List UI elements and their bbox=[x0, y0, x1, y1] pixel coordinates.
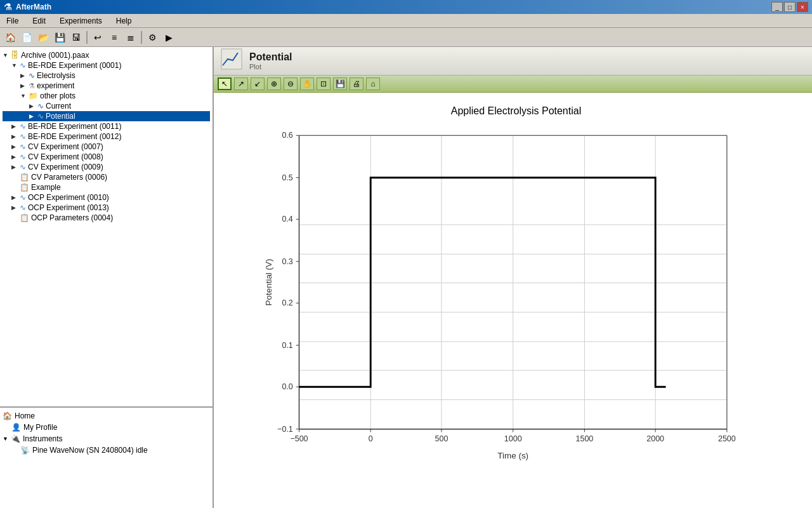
toolbar-list2[interactable]: ≣ bbox=[123, 30, 138, 45]
wave-icon-electrolysis: ∿ bbox=[29, 71, 35, 80]
xtick-500: 500 bbox=[435, 434, 449, 443]
expand-cv-0009[interactable]: ▶ bbox=[11, 164, 18, 170]
tree-item-ocp-params-0004[interactable]: ▶ 📋 OCP Parameters (0004) bbox=[3, 213, 210, 223]
bottom-home[interactable]: 🏠 Home bbox=[3, 410, 210, 422]
expand-instruments[interactable]: ▼ bbox=[3, 436, 8, 442]
bottom-myprofile[interactable]: 👤 My Profile bbox=[3, 422, 210, 433]
plot-line bbox=[299, 178, 665, 387]
expand-ocp-0013[interactable]: ▶ bbox=[11, 204, 18, 211]
expand-other-plots[interactable]: ▼ bbox=[20, 93, 27, 99]
expand-electrolysis[interactable]: ▶ bbox=[20, 72, 27, 79]
exp-icon-be-rde-0012: ∿ bbox=[20, 132, 26, 141]
expand-potential[interactable]: ▶ bbox=[29, 113, 36, 119]
tree-item-potential[interactable]: ▶ ∿ Potential bbox=[3, 111, 210, 121]
exp-icon-be-rde-0001: ∿ bbox=[20, 61, 26, 70]
toolbar-save-as[interactable]: 🖫 bbox=[69, 30, 84, 45]
menu-experiments[interactable]: Experiments bbox=[56, 15, 106, 27]
menu-edit[interactable]: Edit bbox=[29, 15, 49, 27]
plot-tool-zoom-in[interactable]: ⊕ bbox=[267, 77, 281, 90]
toolbar-undo[interactable]: ↩ bbox=[90, 30, 105, 45]
x-axis-label: Time (s) bbox=[497, 451, 528, 460]
app-title: AfterMath bbox=[16, 3, 51, 11]
tree-item-cv-0009[interactable]: ▶ ∿ CV Experiment (0009) bbox=[3, 162, 210, 172]
toolbar-forward[interactable]: ▶ bbox=[161, 30, 176, 45]
expand-be-rde-0001[interactable]: ▼ bbox=[11, 62, 18, 69]
plot-tool-save[interactable]: 💾 bbox=[333, 77, 347, 90]
myprofile-icon: 👤 bbox=[11, 423, 21, 432]
plot-tool-pan[interactable]: ✋ bbox=[300, 77, 314, 90]
expand-cv-0007[interactable]: ▶ bbox=[11, 144, 18, 150]
tree-item-electrolysis[interactable]: ▶ ∿ Electrolysis bbox=[3, 70, 210, 81]
expand-be-rde-0011[interactable]: ▶ bbox=[11, 123, 18, 130]
tree-item-cv-params-0006[interactable]: ▶ 📋 CV Parameters (0006) bbox=[3, 172, 210, 182]
tree-item-cv-0008[interactable]: ▶ ∿ CV Experiment (0008) bbox=[3, 152, 210, 162]
expand-current[interactable]: ▶ bbox=[29, 103, 36, 109]
tree-item-experiment[interactable]: ▶ ⚗ experiment bbox=[3, 81, 210, 91]
wave-icon-potential: ∿ bbox=[37, 112, 44, 121]
tree-item-cv-0007[interactable]: ▶ ∿ CV Experiment (0007) bbox=[3, 142, 210, 152]
bottom-pinewav[interactable]: 📡 Pine WaveNow (SN 2408004) idle bbox=[3, 444, 210, 456]
tree-item-ocp-0010[interactable]: ▶ ∿ OCP Experiment (0010) bbox=[3, 192, 210, 203]
xtick-2000: 2000 bbox=[646, 434, 664, 443]
title-bar-content: ⚗ AfterMath bbox=[4, 2, 51, 12]
cv-0007-label: CV Experiment (0007) bbox=[28, 142, 103, 151]
bottom-panel: 🏠 Home 👤 My Profile ▼ 🔌 Instruments 📡 Pi… bbox=[0, 406, 213, 508]
expand-experiment[interactable]: ▶ bbox=[20, 83, 27, 89]
ocp-params-0004-label: OCP Parameters (0004) bbox=[31, 213, 113, 222]
tree-item-other-plots[interactable]: ▼ 📁 other plots bbox=[3, 91, 210, 101]
maximize-button[interactable]: □ bbox=[784, 2, 796, 12]
bottom-instruments[interactable]: ▼ 🔌 Instruments bbox=[3, 433, 210, 444]
ytick-m01: −0.1 bbox=[277, 425, 293, 434]
toolbar-home[interactable]: 🏠 bbox=[3, 30, 18, 45]
menu-help[interactable]: Help bbox=[112, 15, 136, 27]
toolbar-sep-1 bbox=[86, 31, 88, 44]
pinewav-icon: 📡 bbox=[20, 446, 30, 455]
expand-be-rde-0012[interactable]: ▶ bbox=[11, 133, 18, 140]
ytick-06: 0.6 bbox=[282, 131, 292, 140]
expand-cv-0008[interactable]: ▶ bbox=[11, 154, 18, 160]
minimize-button[interactable]: _ bbox=[771, 2, 783, 12]
tree-item-be-rde-0012[interactable]: ▶ ∿ BE-RDE Experiment (0012) bbox=[3, 131, 210, 142]
plot-tool-zoom-rect[interactable]: ⊡ bbox=[317, 77, 331, 90]
plot-subtitle-header: Plot bbox=[249, 63, 292, 70]
plot-tool-2[interactable]: ↗ bbox=[234, 77, 248, 90]
chart-svg: −0.1 0.0 0.1 0.2 0.3 0.4 0.5 0.6 bbox=[258, 123, 774, 466]
toolbar-open-folder[interactable]: 📂 bbox=[36, 30, 51, 45]
toolbar-new[interactable]: 📄 bbox=[19, 30, 34, 45]
toolbar-list1[interactable]: ≡ bbox=[107, 30, 122, 45]
plot-tool-print[interactable]: 🖨 bbox=[350, 77, 363, 90]
right-panel: Potential Plot ↖ ↗ ↙ ⊕ ⊖ ✋ ⊡ 💾 🖨 ⌂ Appli… bbox=[214, 47, 812, 508]
main-layout: ▼ 🗄 Archive (0001).paax ▼ ∿ BE-RDE Exper… bbox=[0, 47, 812, 508]
folder-icon-other-plots: 📁 bbox=[29, 91, 38, 100]
title-bar-buttons: _ □ × bbox=[771, 2, 808, 12]
plot-tool-select[interactable]: ↖ bbox=[218, 77, 232, 90]
close-button[interactable]: × bbox=[797, 2, 808, 12]
plot-header-text: Potential Plot bbox=[249, 51, 292, 70]
exp-icon-cv-0009: ∿ bbox=[20, 163, 26, 171]
tree-item-be-rde-0011[interactable]: ▶ ∿ BE-RDE Experiment (0011) bbox=[3, 121, 210, 131]
tree-item-archive[interactable]: ▼ 🗄 Archive (0001).paax bbox=[3, 50, 210, 60]
tree-item-example[interactable]: ▶ 📋 Example bbox=[3, 182, 210, 192]
ocp-0013-label: OCP Experiment (0013) bbox=[28, 203, 109, 212]
tree-item-current[interactable]: ▶ ∿ Current bbox=[3, 101, 210, 111]
toolbar-settings[interactable]: ⚙ bbox=[145, 30, 160, 45]
exp-icon-experiment: ⚗ bbox=[29, 82, 35, 90]
chart-title: Applied Electrolysis Potential bbox=[258, 105, 774, 117]
plot-tool-home[interactable]: ⌂ bbox=[366, 77, 380, 90]
expand-ocp-0010[interactable]: ▶ bbox=[11, 194, 18, 201]
ytick-04: 0.4 bbox=[282, 215, 292, 224]
menu-file[interactable]: File bbox=[3, 15, 22, 27]
ytick-03: 0.3 bbox=[282, 257, 292, 266]
plot-tool-3[interactable]: ↙ bbox=[251, 77, 265, 90]
tree-item-ocp-0013[interactable]: ▶ ∿ OCP Experiment (0013) bbox=[3, 203, 210, 213]
ytick-0: 0.0 bbox=[282, 382, 292, 391]
archive-icon: 🗄 bbox=[11, 50, 19, 60]
tree-item-be-rde-0001[interactable]: ▼ ∿ BE-RDE Experiment (0001) bbox=[3, 60, 210, 70]
electrolysis-label: Electrolysis bbox=[37, 71, 75, 80]
cv-params-0006-label: CV Parameters (0006) bbox=[31, 173, 107, 182]
plot-tool-zoom-out[interactable]: ⊖ bbox=[284, 77, 298, 90]
archive-label: Archive (0001).paax bbox=[21, 51, 89, 60]
toolbar-save[interactable]: 💾 bbox=[52, 30, 67, 45]
expand-archive[interactable]: ▼ bbox=[3, 52, 9, 58]
tree-view: ▼ 🗄 Archive (0001).paax ▼ ∿ BE-RDE Exper… bbox=[0, 47, 213, 406]
